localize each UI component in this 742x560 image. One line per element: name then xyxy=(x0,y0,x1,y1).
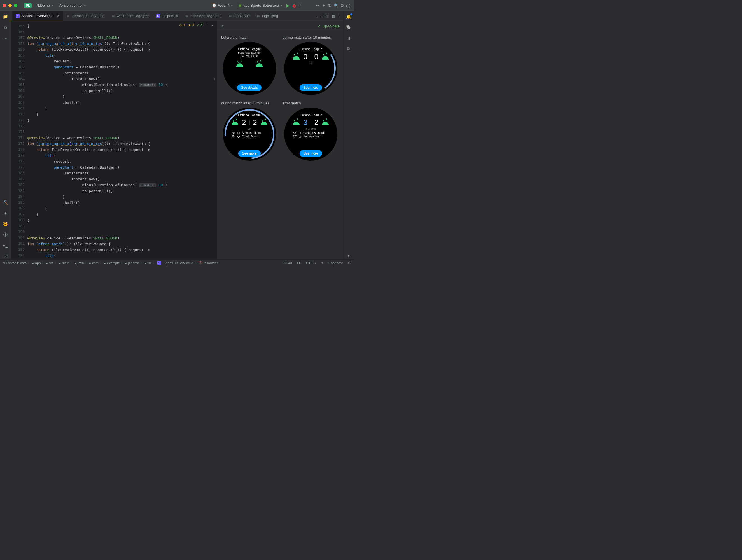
sync-icon[interactable]: ↻ xyxy=(327,3,333,9)
tab-options-icon[interactable]: ⋮ xyxy=(337,14,341,18)
close-window[interactable] xyxy=(3,4,6,7)
ai-assistant-icon[interactable]: ✦ xyxy=(346,253,352,259)
chevron-down-icon: ▾ xyxy=(231,4,233,7)
indent-settings[interactable]: 2 spaces* xyxy=(328,261,343,265)
watch-face[interactable]: Fictional League0|010'See more xyxy=(284,42,337,95)
breadcrumb-item[interactable]: java xyxy=(77,261,84,265)
more-actions[interactable]: ⋮ xyxy=(297,3,303,9)
watch-face[interactable]: Fictional League3|2Full-time85'Garfield … xyxy=(284,107,337,161)
debug-button[interactable]: 🐞 xyxy=(291,3,297,9)
kotlin-file-icon: K xyxy=(16,14,19,18)
code-with-me-icon[interactable]: ⫘ xyxy=(314,3,321,9)
preview-grid: before the matchFictional LeagueBack roa… xyxy=(217,31,343,259)
watch-button[interactable]: See more xyxy=(300,84,322,91)
tab-themes-logo[interactable]: ▦themes_fc_logo.png xyxy=(63,11,108,21)
watch-face[interactable]: Fictional LeagueBack road StadiumJun 21,… xyxy=(223,42,276,95)
preview-title: before the match xyxy=(221,35,278,40)
structure-tool-icon[interactable]: ⧉ xyxy=(2,24,9,31)
notifications-icon[interactable]: 🔔 xyxy=(346,13,352,20)
design-view-icon[interactable]: ▦ xyxy=(331,14,335,18)
gutter[interactable]: 155 156 157 158 159 160 161 162 163 164 … xyxy=(11,21,28,259)
gradle-icon[interactable]: 🐘 xyxy=(346,24,352,31)
image-file-icon: ▦ xyxy=(228,14,232,18)
project-selector[interactable]: PL PLDemo ▾ xyxy=(21,3,56,8)
watch-button[interactable]: See more xyxy=(300,150,322,157)
tab-logo2[interactable]: ▦logo2.png xyxy=(225,11,253,21)
warning-count: ▲ 4 xyxy=(188,23,194,27)
project-tool-icon[interactable]: 📁 xyxy=(2,13,9,20)
breadcrumb-item[interactable]: example xyxy=(107,261,119,265)
caret-position[interactable]: 56:43 xyxy=(284,261,292,265)
right-toolbar: 🔔 🐘 ▯ ⧉ ✦ xyxy=(343,11,354,259)
run-config-selector[interactable]: ▣ app.SportsTileService ▾ xyxy=(235,3,285,8)
preview-status: ✓ Up-to-date xyxy=(318,24,340,28)
preview-panel: ⟳ ✓ Up-to-date before the matchFictional… xyxy=(217,21,343,259)
prev-highlight[interactable]: ⌃ xyxy=(205,23,208,27)
tab-helpers[interactable]: KHelpers.kt xyxy=(153,11,182,21)
code-area[interactable]: } @Preview(device = WearDevices.SMALL_RO… xyxy=(28,21,217,259)
image-file-icon: ▦ xyxy=(66,14,70,18)
vcs-menu[interactable]: Version control ▾ xyxy=(56,3,89,8)
maximize-window[interactable] xyxy=(14,4,17,7)
preview-cell: before the matchFictional LeagueBack roa… xyxy=(221,35,278,95)
watch-button[interactable]: See more xyxy=(238,150,261,157)
memory-indicator-icon[interactable]: ⦿ xyxy=(348,261,352,265)
inspections-widget[interactable]: ⚠ 1 ▲ 4 ✓ 5 ⌃ ⌄ xyxy=(179,23,214,27)
kotlin-file-icon: K xyxy=(156,14,160,18)
project-name: PLDemo xyxy=(36,3,50,8)
inspections-icon[interactable]: ✦ xyxy=(321,3,327,9)
refresh-preview-icon[interactable]: ⟳ xyxy=(221,24,224,28)
bookmarks-tool-icon[interactable]: ◈ xyxy=(2,210,9,217)
close-icon[interactable]: ✕ xyxy=(57,14,59,18)
line-separator[interactable]: LF xyxy=(297,261,301,265)
breadcrumb-item[interactable]: resources xyxy=(203,261,218,265)
preview-cell: during match after 80 minutesFictional L… xyxy=(221,101,278,161)
breadcrumb-item[interactable]: app xyxy=(35,261,41,265)
more-tool-icon[interactable]: ⋯ xyxy=(2,35,9,42)
tab-westham[interactable]: ▦west_ham_logo.png xyxy=(108,11,153,21)
settings-icon[interactable]: ⚙ xyxy=(339,3,345,9)
file-encoding[interactable]: UTF-8 xyxy=(306,261,316,265)
breadcrumb-item[interactable]: tile xyxy=(148,261,152,265)
git-tool-icon[interactable]: ⎇ xyxy=(2,253,9,259)
next-highlight[interactable]: ⌄ xyxy=(211,23,214,27)
build-tool-icon[interactable]: 🔨 xyxy=(2,199,9,206)
device-selector[interactable]: ⌚ Wear 4 ▾ xyxy=(209,3,236,8)
statusbar: □ FootballScore〉▸ app〉▸ src〉▸ main〉▸ jav… xyxy=(0,259,354,266)
emulator-tool-icon[interactable]: 🐱 xyxy=(2,221,9,227)
left-toolbar: 📁 ⧉ ⋯ 🔨 ◈ 🐱 ⓘ ▸_ ⎇ xyxy=(0,11,11,259)
splitter-handle[interactable]: ⋮⋮ xyxy=(216,77,217,82)
code-editor[interactable]: ⚠ 1 ▲ 4 ✓ 5 ⌃ ⌄ 155 156 157 158 159 160 … xyxy=(11,21,217,259)
tab-richmond[interactable]: ▦richmond_logo.png xyxy=(181,11,225,21)
editor-tabs: K SportsTileService.kt ✕ ▦themes_fc_logo… xyxy=(11,11,343,21)
run-button[interactable]: ▶ xyxy=(285,3,291,9)
tab-logo1[interactable]: ▦logo1.png xyxy=(253,11,281,21)
preview-title: during match after 80 minutes xyxy=(221,101,278,105)
chevron-down-icon: ▾ xyxy=(52,4,53,7)
chevron-down-icon[interactable]: ⌄ xyxy=(315,14,318,18)
running-devices-icon[interactable]: ⧉ xyxy=(346,45,352,52)
account-icon[interactable]: ◯ xyxy=(345,3,352,9)
image-file-icon: ▦ xyxy=(185,14,189,18)
breadcrumb-item[interactable]: main xyxy=(62,261,69,265)
minimize-window[interactable] xyxy=(8,4,12,7)
breadcrumb-item[interactable]: src xyxy=(49,261,53,265)
watch-button[interactable]: See details xyxy=(237,84,262,91)
breadcrumb-item[interactable]: SportsTileService.kt xyxy=(163,261,193,265)
terminal-tool-icon[interactable]: ▸_ xyxy=(2,242,9,249)
search-icon[interactable]: 🔍 xyxy=(333,3,339,9)
breadcrumb-item[interactable]: pldemo xyxy=(128,261,139,265)
breadcrumb-item[interactable]: com xyxy=(92,261,99,265)
preview-toolbar: ⟳ ✓ Up-to-date xyxy=(217,21,343,31)
split-view-icon[interactable]: ◫ xyxy=(326,14,329,18)
list-view-icon[interactable]: ☰ xyxy=(320,14,324,18)
device-manager-icon[interactable]: ▯ xyxy=(346,35,352,42)
chevron-down-icon: ▾ xyxy=(84,4,86,7)
readonly-toggle-icon[interactable]: ⧉ xyxy=(321,261,323,265)
breadcrumb-item[interactable]: FootballScore xyxy=(6,261,26,265)
watch-face[interactable]: Fictional League2|280'70'Ambrose Norm55'… xyxy=(223,107,276,161)
problems-tool-icon[interactable]: ⓘ xyxy=(2,231,9,238)
tab-sportstile[interactable]: K SportsTileService.kt ✕ xyxy=(12,11,63,21)
image-file-icon: ▦ xyxy=(111,14,115,18)
breadcrumbs[interactable]: □ FootballScore〉▸ app〉▸ src〉▸ main〉▸ jav… xyxy=(3,261,218,265)
